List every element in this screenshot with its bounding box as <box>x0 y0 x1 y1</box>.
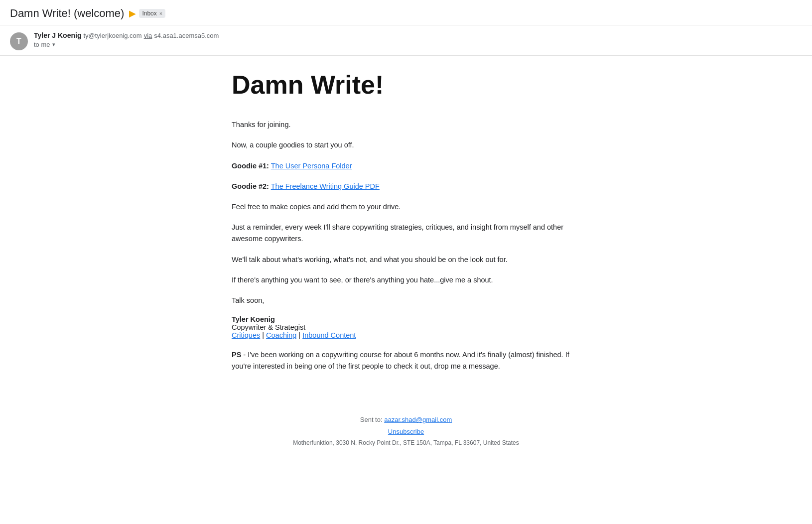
goodie1-link[interactable]: The User Persona Folder <box>271 162 352 170</box>
sender-info: Tyler J Koenig ty@tylerjkoenig.com via s… <box>34 31 802 48</box>
sender-name: Tyler J Koenig <box>34 31 81 39</box>
sender-email: ty@tylerjkoenig.com <box>83 32 141 39</box>
paragraph-7: Talk soon, <box>232 295 580 306</box>
sender-row: T Tyler J Koenig ty@tylerjkoenig.com via… <box>0 25 812 56</box>
signature-name: Tyler Koenig <box>232 315 580 323</box>
paragraph-5: We'll talk about what's working, what's … <box>232 254 580 265</box>
paragraph-goodie1: Goodie #1: The User Persona Folder <box>232 160 580 172</box>
arrow-icon: ▶ <box>129 8 136 19</box>
paragraph-1: Thanks for joining. <box>232 119 580 131</box>
avatar-initial: T <box>16 37 21 46</box>
goodie2-link[interactable]: The Freelance Writing Guide PDF <box>271 182 380 190</box>
sig-sep-1: | <box>262 331 264 339</box>
paragraph-3: Feel free to make copies and add them to… <box>232 201 580 213</box>
paragraph-goodie2: Goodie #2: The Freelance Writing Guide P… <box>232 181 580 192</box>
to-line: to me ▾ <box>34 41 802 48</box>
ps-text: - I've been working on a copywriting cou… <box>232 351 569 370</box>
sender-server: s4.asa1.acemsa5.com <box>154 32 219 39</box>
to-dropdown-icon[interactable]: ▾ <box>52 41 55 48</box>
footer-sent-to: Sent to: aazar.shad@gmail.com <box>10 416 802 423</box>
inbox-badge: Inbox × <box>139 9 165 18</box>
paragraph-4: Just a reminder, every week I'll share c… <box>232 222 580 245</box>
signature-inbound-content-link[interactable]: Inbound Content <box>302 331 356 339</box>
inbox-badge-close-button[interactable]: × <box>159 10 162 16</box>
unsubscribe-link[interactable]: Unsubscribe <box>388 428 424 435</box>
signature-coaching-link[interactable]: Coaching <box>266 331 296 339</box>
signature-critiques-link[interactable]: Critiques <box>232 331 260 339</box>
signature-title: Copywriter & Strategist <box>232 323 580 331</box>
ps-prefix: PS <box>232 351 241 359</box>
paragraph-6: If there's anything you want to see, or … <box>232 274 580 286</box>
signature-links: Critiques | Coaching | Inbound Content <box>232 331 580 339</box>
email-content: Damn Write! Thanks for joining. Now, a c… <box>232 71 580 372</box>
ps-paragraph: PS - I've been working on a copywriting … <box>232 349 580 372</box>
email-header: Damn Write! (welcome) ▶ Inbox × <box>0 0 812 25</box>
goodie1-label: Goodie #1: <box>232 162 269 170</box>
inbox-badge-label: Inbox <box>142 10 156 17</box>
email-title: Damn Write! <box>232 71 580 99</box>
via-label: via <box>144 32 152 39</box>
footer-unsubscribe: Unsubscribe <box>10 427 802 435</box>
email-body: Damn Write! Thanks for joining. Now, a c… <box>182 56 630 396</box>
sender-name-line: Tyler J Koenig ty@tylerjkoenig.com via s… <box>34 31 802 39</box>
avatar: T <box>10 32 28 50</box>
footer-sent-to-label: Sent to: <box>360 416 383 423</box>
goodie2-label: Goodie #2: <box>232 182 269 190</box>
footer-email-link[interactable]: aazar.shad@gmail.com <box>384 416 452 423</box>
sig-sep-2: | <box>298 331 300 339</box>
email-footer: Sent to: aazar.shad@gmail.com Unsubscrib… <box>0 406 812 456</box>
to-label: to me <box>34 41 50 48</box>
paragraph-2: Now, a couple goodies to start you off. <box>232 139 580 151</box>
footer-address: Motherfunktion, 3030 N. Rocky Point Dr.,… <box>10 439 802 446</box>
signature-block: Tyler Koenig Copywriter & Strategist Cri… <box>232 315 580 339</box>
email-subject: Damn Write! (welcome) <box>10 7 124 20</box>
